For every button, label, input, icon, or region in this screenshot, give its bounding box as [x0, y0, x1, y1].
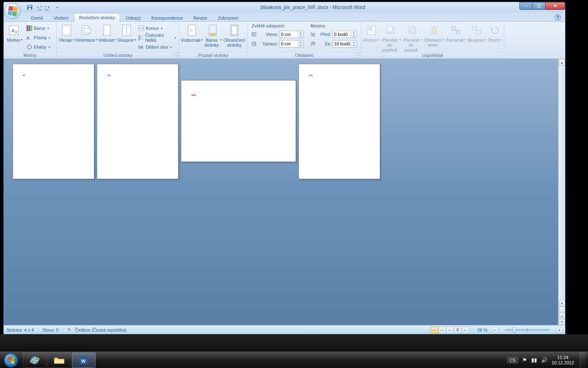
- vertical-scrollbar[interactable]: ▲ ▼ ◦ ▴ ▾: [558, 59, 565, 325]
- zoom-level[interactable]: 26 %: [477, 328, 488, 332]
- show-desktop-button[interactable]: [580, 352, 586, 368]
- view-outline[interactable]: ≣: [454, 327, 461, 333]
- chevron-down-icon: ▾: [421, 38, 422, 43]
- align-button[interactable]: Zarovnat▾: [446, 23, 466, 48]
- minimize-button[interactable]: ─: [519, 2, 532, 10]
- close-button[interactable]: ✕: [546, 2, 565, 10]
- barva-stranky-button[interactable]: Barva stránky▾: [204, 23, 222, 48]
- theme-colors-button[interactable]: Barvy▾: [25, 24, 51, 33]
- document-canvas[interactable]: text Portrét orientace tabulka: [4, 59, 558, 325]
- tab-rozlozeni-stranky[interactable]: Rozložení stránky: [74, 13, 120, 22]
- bring-front-button[interactable]: Přenést do popředí▾: [381, 23, 401, 52]
- zoom-slider[interactable]: [505, 329, 550, 331]
- spin-down[interactable]: ▼: [351, 44, 356, 47]
- view-full-reading[interactable]: ▭: [439, 327, 446, 333]
- theme-fonts-button[interactable]: A Písma▾: [25, 33, 51, 42]
- page-3[interactable]: orientace: [181, 80, 296, 162]
- group-button[interactable]: Skupina▾: [467, 23, 486, 48]
- tab-domu[interactable]: Domů: [26, 13, 48, 22]
- theme-effects-button[interactable]: Efekty▾: [25, 43, 51, 52]
- ohraniceni-stranky-button[interactable]: Ohraničení stránky: [223, 23, 245, 48]
- konce-button[interactable]: Konce▾: [137, 24, 177, 33]
- group-pozadi-stranky: A Vodoznak▾ Barva stránky▾ Ohraničení st…: [179, 22, 248, 58]
- motivy-button[interactable]: Aa Motivy▾: [6, 23, 24, 48]
- tab-korespondence[interactable]: Korespondence: [146, 13, 188, 22]
- qat-undo-button[interactable]: [35, 3, 43, 11]
- tab-zobrazeni[interactable]: Zobrazení: [212, 13, 243, 22]
- spacing-after-icon: [310, 40, 316, 47]
- spin-up[interactable]: ▲: [298, 31, 303, 34]
- qat-customize-button[interactable]: ▾: [53, 3, 61, 11]
- help-button[interactable]: ?: [555, 14, 561, 20]
- status-language[interactable]: Čeština (Česká republika): [75, 328, 127, 332]
- velikost-button[interactable]: Velikost▾: [98, 23, 116, 48]
- page-2[interactable]: Portrét: [97, 64, 178, 179]
- tab-vlozeni[interactable]: Vložení: [48, 13, 74, 22]
- browse-object-button[interactable]: ◦: [559, 307, 565, 312]
- chevron-down-icon: ▾: [170, 45, 172, 49]
- status-words[interactable]: Slova: 5: [42, 328, 59, 332]
- rotate-button[interactable]: Otočit▾: [488, 23, 502, 48]
- spacing-before-input[interactable]: ▲▼: [332, 31, 357, 38]
- group-pozadi-label: Pozadí stránky: [179, 52, 247, 58]
- view-draft[interactable]: ▭: [462, 327, 469, 333]
- chevron-down-icon: ▾: [201, 38, 203, 43]
- page-4[interactable]: tabulka: [298, 64, 380, 179]
- vodoznak-button[interactable]: A Vodoznak▾: [181, 23, 203, 48]
- start-button[interactable]: [0, 352, 22, 368]
- tab-revize[interactable]: Revize: [188, 13, 213, 22]
- taskbar-explorer-button[interactable]: [47, 352, 71, 368]
- chevron-down-icon: ▾: [96, 38, 97, 43]
- zoom-out-button[interactable]: −: [492, 327, 498, 333]
- position-icon: [365, 24, 378, 37]
- spin-up[interactable]: ▲: [298, 40, 303, 44]
- spin-up[interactable]: ▲: [351, 40, 356, 44]
- slider-thumb[interactable]: [513, 328, 516, 332]
- tab-odkazy[interactable]: Odkazy: [120, 13, 146, 22]
- tray-flag-icon[interactable]: ⚑: [522, 357, 527, 363]
- page-1[interactable]: text: [13, 64, 94, 179]
- group-label-btn: Skupina: [467, 38, 483, 43]
- spin-down[interactable]: ▼: [298, 44, 303, 47]
- velikost-label: Velikost: [98, 38, 114, 43]
- prev-page-button[interactable]: ▴: [559, 313, 565, 319]
- status-proofing-icon[interactable]: ✎: [67, 327, 71, 332]
- tray-network-icon[interactable]: ▮▮: [531, 357, 537, 363]
- sloupce-button[interactable]: Sloupce▾: [118, 23, 136, 48]
- send-back-button[interactable]: Přenést do pozadí▾: [403, 23, 423, 52]
- maximize-button[interactable]: ◻: [532, 2, 546, 10]
- tray-clock[interactable]: 11:24 10.12.2012: [552, 355, 574, 366]
- pozice-button[interactable]: Pozice▾: [363, 23, 379, 48]
- spin-down[interactable]: ▼: [298, 34, 303, 38]
- indent-right-input[interactable]: ▲▼: [279, 40, 304, 47]
- qat-save-button[interactable]: [26, 3, 34, 11]
- indent-left-label: Vlevo:: [258, 32, 278, 37]
- svg-rect-1: [28, 5, 31, 7]
- view-print-layout[interactable]: ▭: [431, 327, 438, 333]
- cislovani-radku-button[interactable]: 12 Číslování řádků▾: [137, 33, 177, 42]
- scroll-up-button[interactable]: ▲: [559, 59, 565, 66]
- status-page[interactable]: Stránka: 4 z 4: [6, 328, 34, 332]
- group-vzhled-stranky: Okraje▾ Orientace▾ Velikost▾ Sloupce▾: [57, 22, 179, 58]
- zoom-in-button[interactable]: +: [556, 327, 563, 333]
- tray-language[interactable]: CS: [507, 357, 518, 364]
- scrollbar-track[interactable]: [559, 66, 565, 300]
- okraje-button[interactable]: Okraje▾: [59, 23, 74, 48]
- wrap-text-button[interactable]: Obtékání textu▾: [424, 23, 444, 48]
- spacing-after-input[interactable]: ▲▼: [332, 40, 357, 47]
- deleni-slov-button[interactable]: bē Dělení slov▾: [137, 43, 177, 52]
- dialog-launcher-odstavec[interactable]: ↘: [355, 53, 360, 58]
- qat-redo-button[interactable]: [44, 3, 52, 11]
- taskbar-ie-button[interactable]: [23, 352, 47, 368]
- next-page-button[interactable]: ▾: [559, 319, 565, 325]
- view-web-layout[interactable]: ▭: [446, 327, 454, 333]
- indent-left-input[interactable]: ▲▼: [279, 31, 304, 38]
- scroll-down-button[interactable]: ▼: [559, 300, 565, 307]
- office-button[interactable]: [4, 3, 21, 19]
- orientace-button[interactable]: Orientace▾: [76, 23, 96, 48]
- spin-up[interactable]: ▲: [351, 31, 356, 34]
- dialog-launcher-vzhled[interactable]: ↘: [173, 53, 178, 58]
- spin-down[interactable]: ▼: [351, 34, 356, 38]
- tray-volume-icon[interactable]: 🔊: [541, 357, 548, 363]
- taskbar-word-button[interactable]: W: [72, 352, 96, 368]
